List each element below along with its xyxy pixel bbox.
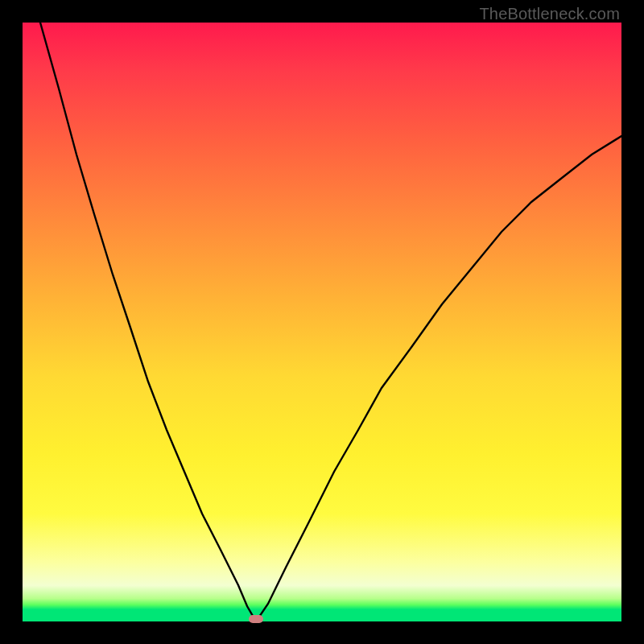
watermark-text: TheBottleneck.com: [479, 5, 620, 23]
curve-left-branch: [40, 23, 256, 621]
optimal-marker: [249, 615, 263, 623]
chart-frame: TheBottleneck.com: [0, 0, 644, 644]
curve-right-branch: [256, 136, 621, 621]
plot-area: [23, 23, 621, 621]
bottleneck-curve: [23, 23, 621, 621]
